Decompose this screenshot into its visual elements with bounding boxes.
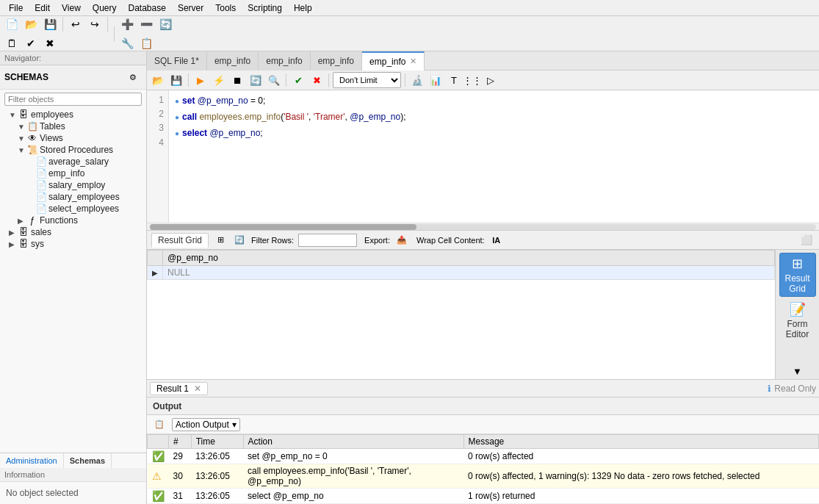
remove-btn[interactable]: ➖ (137, 15, 155, 33)
result-grid-panel[interactable]: @p_emp_no ▶ NULL (147, 250, 775, 379)
result-content: @p_emp_no ▶ NULL ⊞ (147, 250, 819, 379)
tab-emp3[interactable]: emp_info (259, 51, 310, 71)
expand-btn[interactable]: ⬜ (798, 232, 815, 248)
wrap-btn[interactable]: IA (489, 233, 504, 248)
tab-emp4[interactable]: emp_info (311, 51, 362, 71)
schema-menu-btn[interactable]: ⚙ (124, 68, 142, 86)
limit-select[interactable]: Don't Limit Limit to 10 Limit to 100 Lim… (333, 72, 401, 88)
action-output-dropdown[interactable]: Action Output ▾ (172, 418, 240, 431)
action-cell-31: select @p_emp_no (243, 489, 463, 504)
form-side-icon: 📝 (790, 301, 806, 317)
grid-side-icon: ⊞ (792, 256, 803, 272)
tree-item-tables[interactable]: ▼ 📋 Tables (0, 120, 146, 132)
h-scrollbar[interactable] (147, 223, 819, 230)
filter-rows-input[interactable] (298, 234, 357, 247)
output-row-29[interactable]: ✅ 29 13:26:05 set @p_emp_no = 0 0 row(s)… (148, 449, 819, 464)
tab-emp5[interactable]: emp_info ✕ (362, 51, 425, 71)
output-row-30[interactable]: ⚠ 30 13:26:05 call employees.emp_info('B… (148, 464, 819, 489)
output-copy-btn[interactable]: 📋 (151, 417, 167, 433)
new-file-btn[interactable]: 📄 (3, 15, 21, 33)
visual-explain-btn[interactable]: 📊 (427, 72, 444, 88)
status-cell-30: ⚠ (148, 464, 169, 489)
tree-item-emp-info[interactable]: 📄 emp_info (0, 168, 146, 179)
grid-toggle-btn[interactable]: ⊞ (213, 233, 228, 248)
output-row-31[interactable]: ✅ 31 13:26:05 select @p_emp_no 1 row(s) … (148, 489, 819, 504)
export-btn[interactable]: 📤 (394, 233, 409, 248)
tree-item-salary-employ[interactable]: 📄 salary_employ (0, 179, 146, 191)
commit-btn[interactable]: ✔ (22, 35, 40, 52)
result-grid-side-btn[interactable]: ⊞ Result Grid (779, 253, 816, 297)
tree-item-sys[interactable]: ▶ 🗄 sys (0, 238, 146, 250)
tab-emp2[interactable]: emp_info (207, 51, 259, 71)
save-btn[interactable]: 💾 (41, 15, 59, 33)
result1-close[interactable]: ✕ (194, 384, 201, 394)
menu-view[interactable]: View (56, 1, 87, 15)
result1-tab[interactable]: Result 1 ✕ (150, 382, 208, 395)
th-time: Time (191, 435, 243, 449)
menu-query[interactable]: Query (87, 1, 123, 15)
table-btn[interactable]: 📋 (137, 35, 155, 52)
tab-sql1[interactable]: SQL File 1* (147, 51, 207, 71)
tab-emp4-label: emp_info (318, 56, 354, 66)
tree-item-sales[interactable]: ▶ 🗄 sales (0, 226, 146, 238)
redo-btn[interactable]: ↪ (86, 15, 104, 33)
result1-label: Result 1 (156, 384, 189, 394)
uppercase-btn[interactable]: T (446, 72, 462, 88)
open-file-btn[interactable]: 📂 (150, 72, 166, 88)
form-editor-side-btn[interactable]: 📝 Form Editor (779, 298, 816, 342)
add-btn[interactable]: ➕ (118, 15, 136, 33)
menu-tools[interactable]: Tools (209, 1, 242, 15)
fn-icon: ƒ (26, 215, 38, 226)
commit-ed-btn[interactable]: ✔ (290, 72, 306, 88)
format-btn[interactable]: ⋮⋮ (464, 72, 480, 88)
filter-input[interactable] (4, 93, 142, 106)
rollback-ed-btn[interactable]: ✖ (309, 72, 325, 88)
menu-edit[interactable]: Edit (29, 1, 56, 15)
run-selection-btn[interactable]: ⚡ (211, 72, 227, 88)
refresh-btn[interactable]: 🔄 (156, 15, 174, 33)
menu-scripting[interactable]: Scripting (242, 1, 288, 15)
tree-item-stored-procedures[interactable]: ▼ 📜 Stored Procedures (0, 144, 146, 156)
refresh-ed-btn[interactable]: 🔄 (248, 72, 264, 88)
undo-btn[interactable]: ↩ (67, 15, 84, 33)
form-editor-label: Form Editor (782, 319, 814, 339)
find-btn[interactable]: 🔍 (266, 72, 282, 88)
run-btn[interactable]: ▶ (192, 72, 209, 88)
table-row[interactable]: ▶ NULL (148, 266, 775, 280)
save-file-btn[interactable]: 💾 (168, 72, 184, 88)
bullet-2: ● (175, 112, 179, 123)
tree-item-select-employees[interactable]: 📄 select_employees (0, 203, 146, 215)
result-grid-tab[interactable]: Result Grid (151, 233, 209, 248)
stop-btn[interactable]: ⏹ (229, 72, 245, 88)
h-scroll-thumb[interactable] (150, 224, 416, 230)
num-cell-30: 30 (169, 464, 192, 489)
tree-item-average-salary[interactable]: 📄 average_salary (0, 156, 146, 168)
more-btn[interactable]: ▷ (483, 72, 499, 88)
menu-database[interactable]: Database (123, 1, 172, 15)
export-label: Export: (364, 236, 390, 245)
tree-item-salary-employees[interactable]: 📄 salary_employees (0, 191, 146, 203)
tree-item-functions[interactable]: ▶ ƒ Functions (0, 215, 146, 226)
sep3 (114, 26, 115, 41)
code-content[interactable]: ● set @p_emp_no = 0; ● call employees.em… (169, 90, 819, 223)
tab-schemas[interactable]: Schemas (64, 453, 112, 468)
new-query-btn[interactable]: 🗒 (3, 35, 21, 52)
schema-btn[interactable]: 🔧 (118, 35, 136, 52)
menu-server[interactable]: Server (172, 1, 209, 15)
tree-item-employees[interactable]: ▼ 🗄 employees (0, 109, 146, 120)
tab-close-btn[interactable]: ✕ (410, 57, 416, 66)
scroll-down-btn[interactable]: ▼ (790, 363, 806, 379)
tree-item-views[interactable]: ▼ 👁 Views (0, 132, 146, 144)
code-editor[interactable]: 1 2 3 4 ● set @p_emp_no = 0; ● call empl… (147, 90, 819, 223)
menu-help[interactable]: Help (288, 1, 318, 15)
wrap-label: Wrap Cell Content: (416, 236, 485, 245)
open-btn[interactable]: 📂 (22, 15, 40, 33)
h-scroll-track[interactable] (150, 224, 816, 230)
explain-btn[interactable]: 🔬 (409, 72, 425, 88)
rollback-btn[interactable]: ✖ (41, 35, 59, 52)
menu-file[interactable]: File (3, 1, 29, 15)
avg-salary-label: average_salary (48, 156, 109, 167)
employees-label: employees (31, 109, 73, 120)
refresh-grid-btn[interactable]: 🔄 (232, 233, 247, 248)
tab-administration[interactable]: Administration (0, 453, 64, 468)
